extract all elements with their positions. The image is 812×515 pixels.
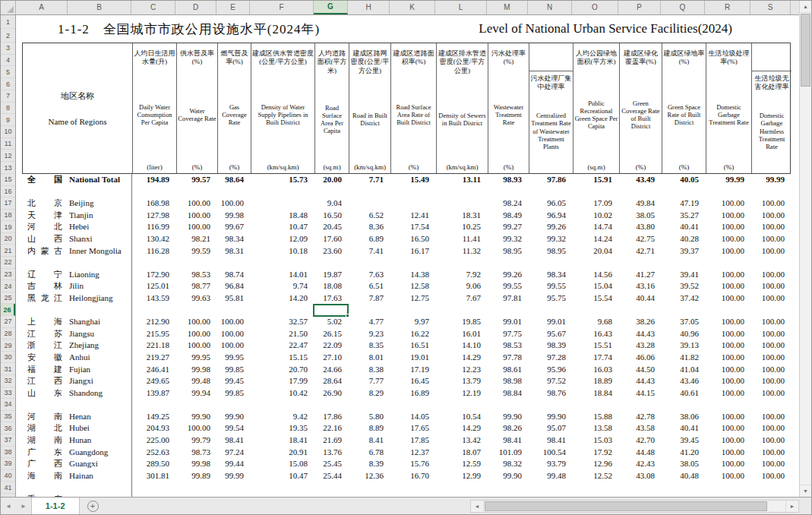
cell-R32[interactable]: 100.00 xyxy=(705,375,750,387)
cell-R27[interactable]: 100.00 xyxy=(705,316,750,328)
cell-P20[interactable]: 42.75 xyxy=(618,233,661,245)
horizontal-scrollbar[interactable]: ◄ ► xyxy=(470,500,799,513)
cell-N25[interactable]: 95.75 xyxy=(528,292,572,305)
cell-B24[interactable]: Jilin xyxy=(68,280,131,292)
cell-M35[interactable]: 99.90 xyxy=(487,411,528,423)
cell-R35[interactable]: 100.00 xyxy=(705,411,750,423)
cell-H39[interactable]: 8.39 xyxy=(348,458,390,470)
cell-N16[interactable] xyxy=(528,186,572,198)
cell-D29[interactable]: 100.00 xyxy=(175,340,216,352)
add-sheet-button[interactable]: + xyxy=(87,501,99,512)
cell-M37[interactable]: 98.41 xyxy=(487,434,528,447)
cell-M33[interactable]: 98.84 xyxy=(487,387,528,400)
cell-H29[interactable]: 8.35 xyxy=(348,340,390,352)
cell-R18[interactable]: 100.00 xyxy=(705,210,750,222)
cell-H23[interactable]: 7.63 xyxy=(348,269,390,281)
cell-A33[interactable]: 山东 xyxy=(22,387,68,400)
cell-A26[interactable] xyxy=(22,305,68,317)
cell-Q34[interactable] xyxy=(661,399,705,411)
cell-F29[interactable]: 22.47 xyxy=(250,340,314,352)
cell-B32[interactable]: Jiangxi xyxy=(68,375,131,387)
cell-H35[interactable]: 5.80 xyxy=(348,411,390,423)
row-header-25[interactable]: 25 xyxy=(1,292,15,305)
cell-P22[interactable] xyxy=(618,257,661,269)
cell-E30[interactable]: 99.95 xyxy=(216,352,250,364)
cell-M21[interactable]: 98.95 xyxy=(487,245,528,258)
cell-H16[interactable] xyxy=(348,186,390,198)
cell-N17[interactable]: 96.05 xyxy=(528,197,572,210)
cell-C28[interactable]: 215.95 xyxy=(131,328,175,340)
cell-O31[interactable]: 16.03 xyxy=(572,364,618,376)
table-col-header-M[interactable]: 污水处理率(%)Wastewater Treatment Rate(%) xyxy=(488,43,529,173)
cell-D19[interactable]: 100.00 xyxy=(175,221,216,233)
cell-Q36[interactable]: 40.41 xyxy=(661,422,705,434)
cell-F34[interactable] xyxy=(250,399,314,411)
cell-R30[interactable]: 100.00 xyxy=(705,352,750,364)
vertical-scrollbar-thumb[interactable] xyxy=(801,14,810,87)
row-header-10[interactable]: 10 xyxy=(1,126,15,138)
cell-M36[interactable]: 98.26 xyxy=(487,422,528,434)
cell-S39[interactable]: 100.00 xyxy=(750,458,791,470)
cell-E23[interactable]: 98.74 xyxy=(216,269,250,281)
cell-F33[interactable]: 10.42 xyxy=(250,387,314,400)
table-col-header-S[interactable]: 生活垃圾无害化处理率Domestic Garbage Harmless Trea… xyxy=(751,43,791,173)
cell-L23[interactable]: 7.92 xyxy=(435,269,487,281)
cell-M29[interactable]: 98.53 xyxy=(487,340,528,352)
cell-A38[interactable]: 广东 xyxy=(22,447,68,459)
cell-P39[interactable]: 42.43 xyxy=(618,458,661,470)
cell-L15[interactable]: 13.11 xyxy=(435,174,487,186)
cell-O35[interactable]: 15.88 xyxy=(572,411,618,423)
cell-L29[interactable]: 14.10 xyxy=(435,340,487,352)
row-header-11[interactable]: 11 xyxy=(1,138,15,150)
cell-Q41[interactable] xyxy=(661,482,705,494)
cell-M24[interactable]: 99.55 xyxy=(487,280,528,292)
cell-C39[interactable]: 289.50 xyxy=(131,458,175,470)
cell-Q25[interactable]: 37.42 xyxy=(661,292,705,305)
cell-E29[interactable]: 100.00 xyxy=(216,340,250,352)
cell-B16[interactable] xyxy=(68,186,131,198)
cell-E32[interactable]: 99.45 xyxy=(216,375,250,387)
cell-E36[interactable]: 99.54 xyxy=(216,422,250,434)
row-header-19[interactable]: 19 xyxy=(1,221,15,233)
column-header-F[interactable]: F xyxy=(250,1,314,14)
cell-D30[interactable]: 99.95 xyxy=(175,352,216,364)
cell-N37[interactable]: 98.41 xyxy=(528,434,572,447)
cell-F30[interactable]: 15.15 xyxy=(250,352,314,364)
cell-A16[interactable] xyxy=(22,186,68,198)
table-col-header-R[interactable]: 生活垃圾处理率(%)Domestic Garbage Treatment Rat… xyxy=(706,43,751,173)
cell-K19[interactable]: 17.54 xyxy=(390,221,435,233)
cell-K40[interactable]: 16.70 xyxy=(390,470,435,482)
cell-K38[interactable]: 12.37 xyxy=(390,447,435,459)
cell-B20[interactable]: Shanxi xyxy=(68,233,131,245)
cell-S18[interactable]: 100.00 xyxy=(750,210,791,222)
cell-N41[interactable] xyxy=(528,482,572,494)
cell-P18[interactable]: 38.05 xyxy=(618,210,661,222)
cell-A23[interactable]: 辽宁 xyxy=(22,269,68,281)
cell-H17[interactable] xyxy=(348,197,390,210)
cell-D26[interactable] xyxy=(175,305,216,317)
cell-F38[interactable]: 20.91 xyxy=(250,447,314,459)
cell-C38[interactable]: 252.63 xyxy=(131,447,175,459)
cell-L36[interactable]: 14.29 xyxy=(435,422,487,434)
cell-B34[interactable] xyxy=(68,399,131,411)
cell-O27[interactable]: 9.68 xyxy=(572,316,618,328)
cell-F40[interactable]: 10.47 xyxy=(250,470,314,482)
cell-L25[interactable]: 7.67 xyxy=(435,292,487,305)
cell-S26[interactable] xyxy=(750,305,791,317)
cell-K18[interactable]: 12.41 xyxy=(390,210,435,222)
cell-P24[interactable]: 43.16 xyxy=(618,280,661,292)
cell-S17[interactable]: 100.00 xyxy=(750,197,791,210)
cell-Q16[interactable] xyxy=(661,186,705,198)
cell-P17[interactable]: 49.84 xyxy=(618,197,661,210)
cell-H22[interactable] xyxy=(348,257,390,269)
cell-M23[interactable]: 99.26 xyxy=(487,269,528,281)
row-header-17[interactable]: 17 xyxy=(1,197,15,210)
cell-F28[interactable]: 21.50 xyxy=(250,328,314,340)
cell-B33[interactable]: Shandong xyxy=(68,387,131,400)
table-col-header-E[interactable]: 燃气普及率(%)Gas Coverage Rate(%) xyxy=(217,43,251,173)
cell-K26[interactable] xyxy=(390,305,435,317)
row-header-29[interactable]: 29 xyxy=(1,340,15,352)
cell-Q27[interactable]: 37.05 xyxy=(661,316,705,328)
cell-G30[interactable]: 27.10 xyxy=(314,352,348,364)
cell-M38[interactable]: 101.09 xyxy=(487,447,528,459)
